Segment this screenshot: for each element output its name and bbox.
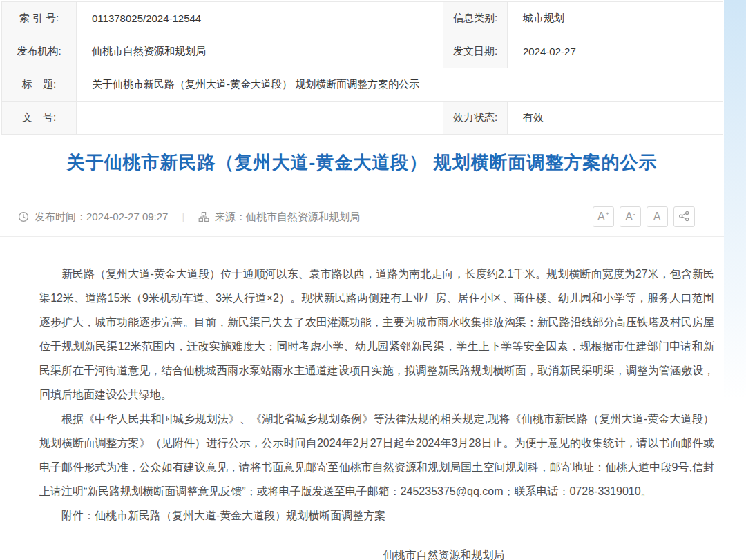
source-text: 来源：仙桃市自然资源和规划局: [215, 211, 360, 224]
doc-number-label: 文 号:: [2, 102, 77, 135]
font-decrease-label: A: [625, 211, 633, 222]
clock-icon: [18, 211, 29, 222]
font-decrease-sup: -: [633, 211, 635, 218]
article-meta-bar: 发布时间：2024-02-27 09:27 | 来源：仙桃市自然资源和规划局 A…: [0, 197, 724, 237]
doc-title-value: 关于仙桃市新民路（复州大道-黄金大道段） 规划横断面调整方案的公示: [77, 68, 723, 102]
index-number-value: 011378025/2024-12544: [77, 2, 443, 35]
publish-time-text: 发布时间：2024-02-27 09:27: [35, 211, 168, 224]
table-row: 标 题: 关于仙桃市新民路（复州大道-黄金大道段） 规划横断面调整方案的公示: [2, 68, 723, 102]
validity-status-label: 效力状态:: [443, 102, 508, 135]
paragraph-1: 新民路（复州大道-黄金大道段）位于通顺河以东、袁市路以西，道路为南北走向，长度约…: [39, 262, 714, 407]
font-increase-button[interactable]: A+: [593, 206, 614, 227]
font-reset-label: A: [653, 211, 661, 222]
document-page: 索 引 号: 011378025/2024-12544 信息类别: 城市规划 发…: [0, 1, 724, 560]
page-title: 关于仙桃市新民路（复州大道-黄金大道段） 规划横断面调整方案的公示: [21, 151, 703, 173]
meta-divider: |: [182, 211, 184, 222]
font-increase-label: A: [597, 211, 605, 222]
document-info-table: 索 引 号: 011378025/2024-12544 信息类别: 城市规划 发…: [1, 1, 723, 135]
paragraph-2: 根据《中华人民共和国城乡规划法》、《湖北省城乡规划条例》等法律法规的相关规定,现…: [39, 407, 714, 503]
attachment-line: 附件：仙桃市新民路（复州大道-黄金大道段）规划横断面调整方案: [39, 503, 714, 528]
table-row: 文 号: 效力状态: 有效: [2, 102, 723, 135]
info-category-value: 城市规划: [508, 2, 723, 35]
background-gradient: [724, 0, 746, 400]
article-meta-info: 发布时间：2024-02-27 09:27 | 来源：仙桃市自然资源和规划局: [18, 211, 360, 224]
validity-status-value: 有效: [508, 102, 723, 135]
org-chart-icon: [198, 211, 209, 222]
signature-org: 仙桃市自然资源和规划局: [106, 543, 746, 560]
font-increase-sup: +: [606, 211, 609, 218]
issuing-agency-label: 发布机构:: [2, 35, 77, 68]
issue-date-value: 2024-02-27: [508, 35, 723, 68]
doc-number-value: [77, 102, 443, 135]
table-row: 索 引 号: 011378025/2024-12544 信息类别: 城市规划: [2, 2, 723, 35]
font-decrease-button[interactable]: A-: [620, 206, 641, 227]
info-category-label: 信息类别:: [443, 2, 508, 35]
issue-date-label: 发文日期:: [443, 35, 508, 68]
article-body: 新民路（复州大道-黄金大道段）位于通顺河以东、袁市路以西，道路为南北走向，长度约…: [0, 237, 724, 560]
share-button[interactable]: [673, 206, 695, 227]
share-nodes-icon: [678, 211, 690, 224]
signature-block: 仙桃市自然资源和规划局 2024年2月27日: [106, 543, 746, 560]
font-share-toolbar: A+ A- A: [593, 206, 695, 227]
index-number-label: 索 引 号:: [2, 2, 77, 35]
font-reset-button[interactable]: A: [647, 206, 668, 227]
issuing-agency-value: 仙桃市自然资源和规划局: [77, 35, 443, 68]
doc-title-label: 标 题:: [2, 68, 77, 102]
table-row: 发布机构: 仙桃市自然资源和规划局 发文日期: 2024-02-27: [2, 35, 723, 68]
